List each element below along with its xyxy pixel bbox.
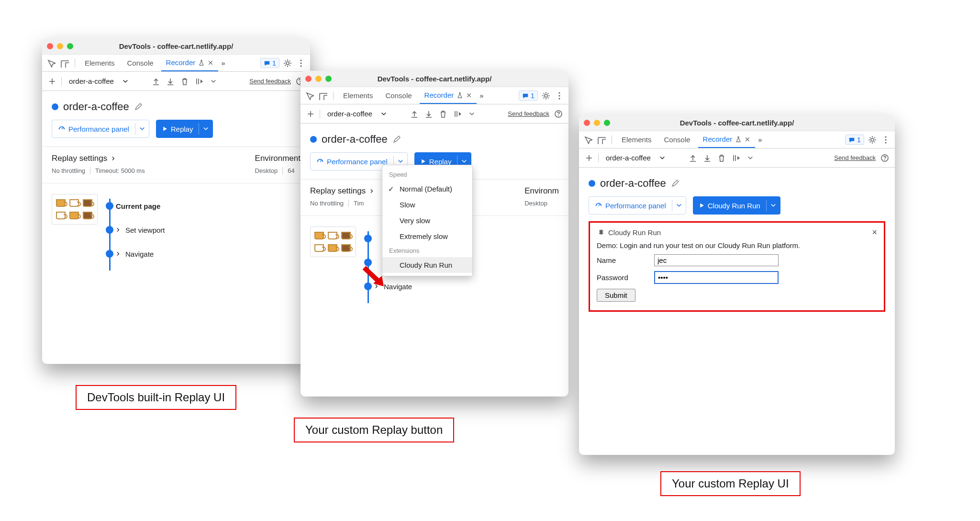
tab-console[interactable]: Console: [122, 55, 158, 71]
more-tabs-icon[interactable]: »: [758, 136, 762, 144]
export-icon[interactable]: [165, 76, 176, 87]
close-window-icon[interactable]: [47, 43, 53, 49]
settings-icon[interactable]: [867, 135, 878, 145]
send-feedback-link[interactable]: Send feedback: [249, 78, 291, 85]
callout-arrow-icon: [362, 265, 386, 289]
submit-button[interactable]: Submit: [597, 289, 635, 302]
settings-icon[interactable]: [541, 91, 551, 101]
name-input[interactable]: [654, 254, 779, 266]
caption-b: Your custom Replay button: [294, 418, 454, 442]
tab-console[interactable]: Console: [381, 87, 417, 104]
window-title: DevTools - coffee-cart.netlify.app/: [42, 42, 310, 50]
minimize-window-icon[interactable]: [315, 76, 322, 82]
delete-icon[interactable]: [179, 76, 190, 87]
replay-settings-heading[interactable]: Replay settings: [310, 186, 374, 196]
speed-option-normal[interactable]: Normal (Default): [382, 181, 472, 197]
toolbar-chevron-icon[interactable]: [745, 153, 756, 163]
issues-badge[interactable]: 1: [845, 135, 864, 145]
send-feedback-link[interactable]: Send feedback: [508, 110, 549, 117]
close-tab-icon[interactable]: [208, 60, 213, 66]
delete-icon[interactable]: [716, 153, 727, 163]
close-window-icon[interactable]: [584, 120, 590, 126]
chevron-down-icon[interactable]: [199, 123, 212, 135]
performance-panel-button[interactable]: Performance panel: [589, 196, 686, 215]
chevron-down-icon[interactable]: [766, 200, 780, 211]
minimize-window-icon[interactable]: [594, 120, 600, 126]
recording-selector[interactable]: order-a-coffee: [602, 151, 684, 164]
new-recording-button[interactable]: [47, 76, 57, 87]
device-toggle-icon[interactable]: [318, 91, 328, 101]
speed-option-slow[interactable]: Slow: [382, 197, 472, 213]
environment-label: Environment: [255, 154, 301, 163]
maximize-window-icon[interactable]: [604, 120, 610, 126]
environment-meta: Desktop: [524, 200, 559, 207]
tab-elements[interactable]: Elements: [338, 87, 378, 104]
step-current-page[interactable]: Current page: [116, 194, 165, 218]
export-icon[interactable]: [423, 109, 434, 119]
edit-icon[interactable]: [671, 179, 679, 188]
window-title: DevTools - coffee-cart.netlify.app/: [301, 75, 568, 83]
more-tabs-icon[interactable]: »: [479, 91, 483, 100]
issues-badge[interactable]: 1: [260, 58, 279, 68]
issues-badge[interactable]: 1: [519, 91, 538, 101]
minimize-window-icon[interactable]: [57, 43, 63, 49]
step-icon[interactable]: [731, 153, 741, 163]
tab-elements[interactable]: Elements: [617, 131, 657, 148]
maximize-window-icon[interactable]: [67, 43, 73, 49]
edit-icon[interactable]: [392, 135, 401, 144]
inspect-icon[interactable]: [583, 135, 593, 145]
settings-icon[interactable]: [282, 58, 293, 68]
maximize-window-icon[interactable]: [325, 76, 332, 82]
step-icon[interactable]: [194, 76, 204, 87]
replay-settings-heading[interactable]: Replay settings: [52, 154, 145, 163]
toolbar-chevron-icon[interactable]: [208, 76, 219, 87]
tab-elements[interactable]: Elements: [80, 55, 120, 71]
step-current-page[interactable]: [374, 227, 412, 250]
replay-settings-meta: No throttling Tim: [310, 200, 374, 207]
export-icon[interactable]: [702, 153, 713, 163]
step-navigate[interactable]: Navigate: [116, 242, 165, 266]
step-set-viewport[interactable]: Set viewport: [116, 218, 165, 242]
more-icon[interactable]: [880, 135, 891, 145]
inspect-icon[interactable]: [46, 58, 56, 68]
close-tab-icon[interactable]: [466, 92, 472, 98]
close-tab-icon[interactable]: [745, 136, 750, 142]
toolbar-chevron-icon[interactable]: [467, 109, 477, 119]
new-recording-button[interactable]: [305, 109, 316, 119]
divider: [90, 167, 90, 174]
step-icon[interactable]: [452, 109, 463, 119]
tab-recorder[interactable]: Recorder: [420, 87, 477, 104]
device-toggle-icon[interactable]: [596, 135, 607, 145]
delete-icon[interactable]: [438, 109, 448, 119]
chevron-down-icon[interactable]: [135, 123, 149, 135]
replay-button[interactable]: Replay: [156, 120, 213, 138]
help-icon[interactable]: [553, 109, 564, 119]
recording-selector[interactable]: order-a-coffee: [324, 107, 405, 120]
throttling-value: No throttling: [310, 200, 344, 207]
cloudy-run-button[interactable]: Cloudy Run Run: [693, 196, 780, 215]
recording-selector[interactable]: order-a-coffee: [66, 75, 147, 88]
new-recording-button[interactable]: [584, 153, 594, 163]
tab-recorder[interactable]: Recorder: [698, 131, 756, 148]
import-icon[interactable]: [151, 76, 161, 87]
more-tabs-icon[interactable]: »: [221, 59, 225, 67]
performance-panel-button[interactable]: Performance panel: [52, 120, 149, 138]
import-icon[interactable]: [688, 153, 698, 163]
recording-selector-label: order-a-coffee: [606, 154, 651, 162]
close-icon[interactable]: ×: [872, 227, 877, 238]
tab-recorder[interactable]: Recorder: [161, 55, 219, 71]
issues-count: 1: [857, 136, 861, 144]
import-icon[interactable]: [409, 109, 420, 119]
device-toggle-icon[interactable]: [59, 58, 70, 68]
tab-console[interactable]: Console: [659, 131, 695, 148]
help-icon[interactable]: [880, 153, 890, 163]
send-feedback-link[interactable]: Send feedback: [834, 154, 876, 161]
more-icon[interactable]: [296, 58, 306, 68]
issues-count: 1: [272, 59, 276, 67]
inspect-icon[interactable]: [304, 91, 315, 101]
chevron-down-icon[interactable]: [672, 200, 686, 211]
more-icon[interactable]: [554, 91, 565, 101]
close-window-icon[interactable]: [305, 76, 312, 82]
password-input[interactable]: [654, 271, 779, 284]
edit-icon[interactable]: [134, 102, 143, 111]
